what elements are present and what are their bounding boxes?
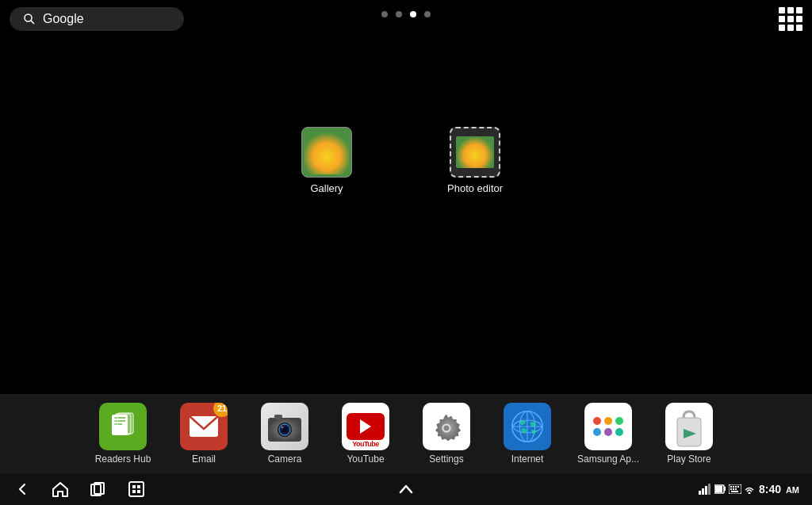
svg-rect-29 (129, 482, 144, 496)
settings-app[interactable]: Settings (413, 403, 480, 465)
grid-dot (779, 25, 785, 31)
camera-icon (261, 403, 308, 450)
gallery-label: Gallery (310, 182, 343, 194)
search-icon (22, 12, 36, 26)
svg-rect-48 (735, 488, 737, 490)
svg-rect-49 (731, 491, 738, 492)
status-icons (699, 483, 754, 495)
svg-rect-46 (730, 488, 732, 490)
home-button[interactable] (51, 480, 70, 499)
samsung-dot-green (615, 417, 623, 425)
samsung-dot-orange (604, 417, 612, 425)
settings-icon (423, 403, 470, 450)
internet-label: Internet (511, 453, 544, 465)
svg-point-50 (748, 492, 750, 495)
screenshot-button[interactable] (127, 480, 146, 499)
svg-line-1 (31, 21, 34, 24)
recent-apps-button[interactable] (89, 480, 108, 499)
gear-svg (430, 410, 463, 443)
nav-bar: 8:40 AM (0, 473, 812, 505)
samsung-apps-inner (592, 417, 624, 436)
readers-hub-label: Readers Hub (95, 453, 151, 465)
svg-rect-36 (705, 486, 707, 495)
settings-label: Settings (429, 453, 463, 465)
status-ampm: AM (786, 485, 799, 495)
youtube-label: YouTube (347, 453, 384, 465)
grid-dot (796, 25, 802, 31)
email-app[interactable]: 21 Email (170, 403, 237, 465)
svg-rect-40 (715, 486, 722, 492)
youtube-icon: YouTube (342, 403, 389, 450)
svg-rect-7 (117, 413, 133, 434)
signal-icon (699, 483, 711, 495)
camera-label: Camera (268, 453, 302, 465)
page-dot-2[interactable] (396, 11, 402, 17)
svg-rect-37 (708, 484, 710, 495)
globe-svg (508, 407, 546, 446)
gallery-app[interactable]: Gallery (301, 127, 352, 194)
photo-editor-icon (450, 127, 500, 178)
wifi-icon (745, 484, 754, 494)
grid-dot (796, 7, 802, 13)
gallery-flower (304, 130, 349, 174)
svg-rect-43 (733, 486, 734, 488)
samsung-dot-red (593, 417, 601, 425)
up-arrow-icon (397, 480, 415, 498)
email-svg (188, 415, 220, 438)
youtube-app[interactable]: YouTube YouTube (332, 403, 399, 465)
svg-rect-45 (737, 486, 739, 488)
internet-icon (504, 403, 551, 450)
grid-dot (796, 16, 802, 22)
top-bar: Google (0, 0, 812, 38)
svg-rect-33 (137, 490, 140, 493)
keyboard-icon (729, 484, 741, 494)
page-dot-3[interactable] (410, 11, 416, 17)
photo-editor-inner (456, 136, 494, 168)
samsung-dot-teal (615, 428, 623, 436)
battery-icon (714, 484, 726, 494)
camera-app[interactable]: Camera (251, 403, 318, 465)
grid-dot (779, 16, 785, 22)
play-store-svg (669, 405, 709, 448)
search-label: Google (43, 12, 84, 26)
page-dot-4[interactable] (424, 11, 431, 17)
samsung-dot-purple (604, 428, 612, 436)
drawer-button[interactable] (397, 480, 415, 498)
svg-rect-47 (733, 488, 734, 490)
svg-point-0 (25, 14, 32, 21)
back-button[interactable] (13, 480, 32, 499)
email-icon: 21 (180, 403, 228, 450)
photo-editor-app[interactable]: Photo editor (447, 127, 503, 194)
svg-rect-42 (730, 486, 732, 488)
readers-hub-svg (107, 411, 139, 442)
svg-point-19 (444, 426, 450, 431)
internet-app[interactable]: Internet (494, 403, 561, 465)
svg-rect-32 (132, 490, 136, 493)
readers-hub-icon (99, 403, 147, 450)
samsung-apps-app[interactable]: Samsung Ap... (575, 403, 642, 465)
nav-right: 8:40 AM (699, 483, 799, 495)
svg-rect-31 (137, 485, 140, 488)
svg-rect-34 (699, 491, 701, 495)
play-store-app[interactable]: Play Store (656, 403, 722, 465)
bottom-dock: Readers Hub 21 Email (0, 394, 812, 473)
all-apps-button[interactable] (779, 7, 802, 31)
grid-dot (787, 25, 794, 31)
readers-hub-app[interactable]: Readers Hub (90, 403, 156, 465)
samsung-apps-icon (584, 403, 632, 450)
page-dot-1[interactable] (381, 11, 388, 17)
grid-dot (779, 7, 785, 13)
svg-rect-39 (724, 487, 726, 491)
svg-point-14 (282, 427, 284, 429)
svg-rect-15 (274, 415, 282, 419)
back-icon (14, 481, 30, 497)
page-dots (381, 11, 431, 17)
svg-rect-30 (132, 485, 136, 488)
play-store-icon (665, 403, 713, 450)
home-icon (52, 480, 69, 498)
youtube-inner: YouTube (342, 403, 389, 450)
nav-left (13, 480, 146, 499)
grid-dot (787, 16, 794, 22)
camera-svg (265, 407, 304, 446)
search-bar[interactable]: Google (10, 7, 184, 31)
